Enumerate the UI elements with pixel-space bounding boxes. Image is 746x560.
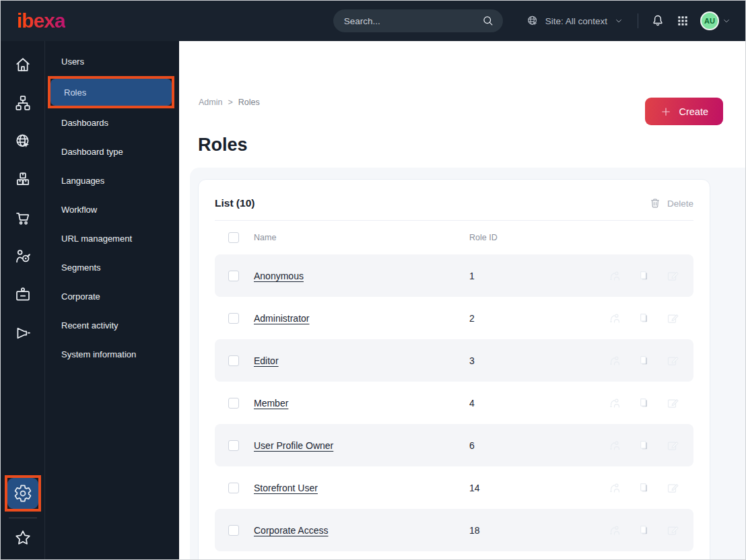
assign-user-button[interactable] [609, 355, 621, 367]
row-checkbox[interactable] [228, 525, 239, 536]
edit-button[interactable] [667, 270, 679, 282]
assign-user-icon [609, 270, 621, 282]
breadcrumb-admin[interactable]: Admin [199, 98, 222, 107]
ibexa-logo: ibexa [17, 11, 65, 31]
sidebar-item-roles[interactable]: Roles [50, 79, 172, 106]
row-checkbox[interactable] [228, 398, 239, 409]
rail-item-bookmarks[interactable] [8, 523, 38, 553]
edit-button[interactable] [667, 355, 679, 367]
sidebar-item-corporate[interactable]: Corporate [45, 282, 179, 311]
copy-button[interactable] [638, 312, 650, 324]
edit-button[interactable] [667, 482, 679, 494]
row-actions [609, 440, 680, 452]
edit-button[interactable] [667, 524, 679, 536]
avatar[interactable]: AU [700, 11, 719, 30]
apps-grid-button[interactable] [676, 14, 689, 28]
role-name-link[interactable]: Corporate Access [254, 525, 469, 536]
table-row: Company admin19 [215, 551, 693, 559]
row-checkbox[interactable] [228, 355, 239, 366]
edit-icon [667, 440, 679, 452]
edit-button[interactable] [667, 440, 679, 452]
rail-items [8, 50, 38, 357]
copy-button[interactable] [638, 482, 650, 494]
assign-user-button[interactable] [609, 312, 621, 324]
topbar-divider [638, 13, 638, 28]
plus-icon [660, 106, 672, 118]
table-row: Storefront User14 [215, 466, 693, 509]
rail-item-commerce[interactable] [8, 203, 38, 233]
role-id-value: 1 [469, 271, 609, 281]
row-checkbox[interactable] [228, 271, 239, 281]
copy-icon [638, 440, 650, 452]
role-id-value: 3 [469, 355, 609, 366]
sidebar-item-label: Roles [64, 88, 86, 98]
sidebar-item-url-management[interactable]: URL management [45, 224, 179, 253]
copy-icon [638, 312, 650, 324]
copy-icon [638, 355, 650, 367]
assign-user-button[interactable] [609, 440, 621, 452]
edit-button[interactable] [667, 397, 679, 409]
sidebar-item-dashboard-type[interactable]: Dashboard type [45, 137, 179, 166]
copy-button[interactable] [638, 355, 650, 367]
assign-user-button[interactable] [609, 397, 621, 409]
sidebar-item-dashboards[interactable]: Dashboards [45, 108, 179, 137]
sidebar-item-label: Segments [61, 262, 101, 273]
site-globe-icon [13, 132, 32, 151]
rail-item-admin-settings[interactable] [7, 478, 38, 509]
row-checkbox[interactable] [228, 483, 239, 493]
edit-icon [667, 270, 679, 282]
user-menu[interactable]: AU [700, 11, 732, 30]
search-input[interactable] [344, 16, 481, 26]
body: UsersRolesDashboardsDashboard typeLangua… [1, 41, 745, 559]
delete-button[interactable]: Delete [649, 197, 693, 209]
edit-icon [667, 524, 679, 536]
create-button[interactable]: Create [645, 98, 723, 125]
rail-item-marketing[interactable] [8, 318, 38, 348]
role-id-value: 4 [469, 398, 609, 409]
global-search[interactable] [333, 9, 503, 32]
sidebar-item-workflow[interactable]: Workflow [45, 195, 179, 224]
sidebar-item-users[interactable]: Users [45, 47, 179, 76]
breadcrumb: Admin > Roles [199, 98, 260, 107]
site-context-selector[interactable]: Site: All context [526, 14, 624, 28]
assign-user-button[interactable] [609, 270, 621, 282]
assign-user-button[interactable] [609, 524, 621, 536]
rail-item-site[interactable] [8, 127, 38, 156]
row-actions [609, 524, 680, 536]
rail-item-personalization[interactable] [8, 242, 38, 271]
role-name-link[interactable]: User Profile Owner [254, 440, 469, 451]
breadcrumb-separator: > [228, 98, 232, 107]
select-all-checkbox[interactable] [228, 232, 239, 243]
role-name-link[interactable]: Editor [254, 355, 469, 366]
sidebar-item-languages[interactable]: Languages [45, 166, 179, 195]
sidebar-item-label: Corporate [61, 291, 100, 302]
row-checkbox[interactable] [228, 313, 239, 324]
table-row: Corporate Access18 [215, 509, 693, 551]
rail-item-content-tree[interactable] [8, 88, 38, 118]
assign-user-icon [609, 440, 621, 452]
breadcrumb-roles: Roles [238, 98, 260, 107]
copy-button[interactable] [638, 270, 650, 282]
sidebar-item-system-information[interactable]: System information [45, 340, 179, 369]
edit-icon [667, 312, 679, 324]
sidebar-item-recent-activity[interactable]: Recent activity [45, 311, 179, 340]
rail-item-products[interactable] [8, 165, 38, 195]
notifications-button[interactable] [650, 13, 665, 28]
copy-button[interactable] [638, 440, 650, 452]
role-name-link[interactable]: Member [254, 398, 469, 409]
search-icon[interactable] [481, 14, 495, 28]
role-name-link[interactable]: Storefront User [254, 483, 469, 493]
table-row: Anonymous1 [215, 254, 693, 297]
role-name-link[interactable]: Administrator [254, 313, 469, 324]
copy-button[interactable] [638, 524, 650, 536]
assign-user-button[interactable] [609, 482, 621, 494]
copy-button[interactable] [638, 397, 650, 409]
role-id-value: 2 [469, 313, 609, 324]
edit-button[interactable] [667, 312, 679, 324]
rail-item-corporate[interactable] [8, 280, 38, 310]
sidebar-item-label: Languages [61, 176, 104, 186]
sidebar-item-segments[interactable]: Segments [45, 253, 179, 282]
role-name-link[interactable]: Anonymous [254, 271, 469, 281]
row-checkbox[interactable] [228, 440, 239, 451]
rail-item-home[interactable] [8, 50, 38, 79]
